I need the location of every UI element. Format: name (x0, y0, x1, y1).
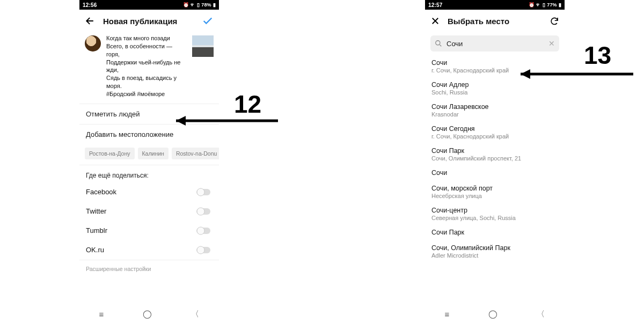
share-label: Facebook (86, 188, 116, 196)
add-location-row[interactable]: Добавить местоположение (79, 125, 219, 144)
post-thumbnail[interactable] (192, 35, 214, 57)
status-bar: 12:56 ⏰ ᯤ ▯ 78% ▮ (79, 0, 219, 10)
caption-text[interactable]: Когда так много позади Всего, в особенно… (106, 34, 187, 98)
list-item[interactable]: Сочи ЛазаревскоеKrasnodar (425, 100, 565, 122)
refresh-icon[interactable] (550, 16, 559, 26)
battery-icon: ▮ (213, 2, 216, 8)
wifi-icon: ᯤ (536, 2, 541, 8)
svg-point-5 (197, 227, 204, 235)
confirm-check-icon[interactable] (202, 15, 214, 27)
home-icon[interactable]: ◯ (488, 309, 497, 319)
list-item[interactable]: Сочи ПаркСочи, Олимпийский проспект, 21 (425, 144, 565, 166)
avatar (85, 35, 101, 52)
svg-marker-12 (521, 69, 530, 79)
post-row: Когда так много позади Всего, в особенно… (79, 32, 219, 104)
toggle-switch[interactable] (196, 188, 213, 196)
alarm-icon: ⏰ (529, 2, 535, 8)
search-input[interactable] (447, 40, 544, 48)
signal-icon: ▯ (197, 2, 200, 8)
appbar-title: Новая публикация (103, 17, 194, 26)
share-label: Tumblr (86, 226, 107, 235)
location-chip[interactable]: Rostov-na-Donu (172, 148, 219, 159)
wifi-icon: ᯤ (191, 2, 195, 8)
list-item[interactable]: Сочи, Олимпийский ПаркAdler Microdistric… (425, 241, 565, 263)
android-navbar: ≡ ◯ 〈 (79, 306, 219, 322)
clear-icon[interactable]: ✕ (548, 39, 555, 48)
list-item[interactable]: Сочи-центрСеверная улица, Sochi, Russia (425, 203, 565, 225)
location-chips: Ростов-на-Дону Калинин Rostov-na-Donu (79, 144, 219, 165)
alarm-icon: ⏰ (183, 2, 189, 8)
toggle-switch[interactable] (196, 246, 213, 254)
share-okru: OK.ru (79, 240, 219, 260)
share-tumblr: Tumblr (79, 221, 219, 240)
list-item[interactable]: Сочи Сегодняг. Сочи, Краснодарский край (425, 122, 565, 144)
toggle-switch[interactable] (196, 207, 213, 216)
battery-icon: ▮ (559, 2, 561, 8)
list-item[interactable]: Сочи (425, 166, 565, 181)
list-item[interactable]: Сочи, морской портНесебрская улица (425, 181, 565, 203)
list-item[interactable]: Сочи Парк (425, 225, 565, 241)
share-header: Где ещё поделиться: (79, 165, 219, 182)
status-time: 12:57 (428, 2, 443, 8)
signal-icon: ▯ (543, 2, 545, 8)
location-chip[interactable]: Ростов-на-Дону (85, 148, 135, 159)
svg-point-1 (197, 188, 204, 196)
appbar: Новая публикация (79, 10, 219, 32)
share-label: OK.ru (86, 246, 104, 254)
android-navbar: ≡ ◯ 〈 (425, 306, 565, 322)
svg-point-8 (436, 41, 440, 45)
back-icon[interactable]: 〈 (537, 309, 545, 319)
status-time: 12:56 (83, 2, 97, 8)
svg-marker-10 (176, 116, 186, 126)
list-item[interactable]: Сочи АдлерSochi, Russia (425, 78, 565, 100)
annotation-12: 12 (171, 94, 283, 126)
share-label: Twitter (86, 207, 106, 215)
battery-pct: 77% (547, 2, 557, 8)
results-list[interactable]: Сочиг. Сочи, Краснодарский край Сочи Адл… (425, 56, 565, 306)
back-icon[interactable]: 〈 (191, 309, 199, 319)
recents-icon[interactable]: ≡ (445, 310, 450, 319)
close-icon[interactable] (430, 16, 440, 26)
search-icon (435, 40, 442, 47)
phone-new-post: 12:56 ⏰ ᯤ ▯ 78% ▮ Новая публикация Когда… (79, 0, 219, 322)
appbar: Выбрать место (425, 10, 565, 32)
share-twitter: Twitter (79, 202, 219, 221)
status-icons: ⏰ ᯤ ▯ 78% ▮ (183, 2, 216, 8)
appbar-title: Выбрать место (448, 17, 542, 26)
svg-point-7 (197, 246, 204, 254)
back-arrow-icon[interactable] (85, 16, 96, 26)
svg-point-3 (197, 208, 204, 215)
location-chip[interactable]: Калинин (138, 148, 169, 159)
battery-pct: 78% (201, 2, 211, 8)
share-facebook: Facebook (79, 182, 219, 202)
status-icons: ⏰ ᯤ ▯ 77% ▮ (529, 2, 561, 8)
recents-icon[interactable]: ≡ (99, 310, 104, 319)
advanced-settings[interactable]: Расширенные настройки (79, 260, 219, 277)
home-icon[interactable]: ◯ (143, 309, 152, 319)
content: Когда так много позади Всего, в особенно… (79, 32, 219, 306)
toggle-switch[interactable] (196, 226, 213, 235)
status-bar: 12:57 ⏰ ᯤ ▯ 77% ▮ (425, 0, 565, 10)
annotation-13: 13 (515, 47, 639, 79)
